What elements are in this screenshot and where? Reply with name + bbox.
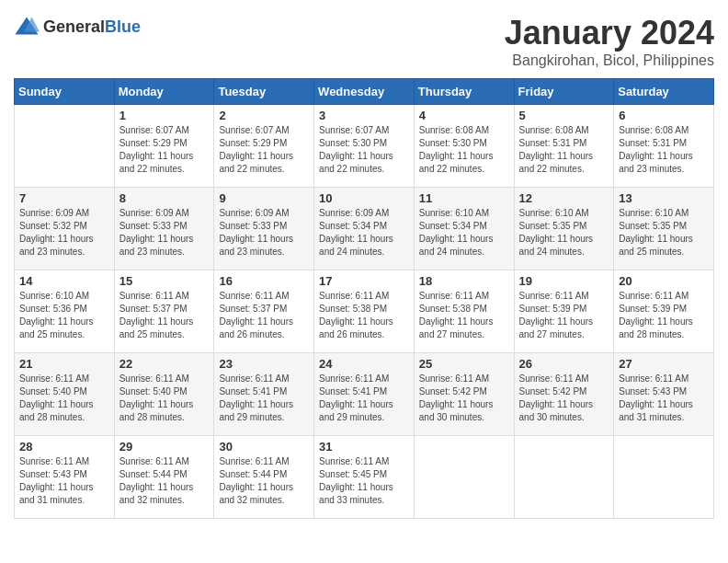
day-detail: Sunrise: 6:08 AM Sunset: 5:31 PM Dayligh…	[619, 124, 709, 176]
calendar-week-row: 1Sunrise: 6:07 AM Sunset: 5:29 PM Daylig…	[15, 105, 714, 188]
calendar-cell: 21Sunrise: 6:11 AM Sunset: 5:40 PM Dayli…	[15, 353, 115, 436]
weekday-header-monday: Monday	[114, 79, 214, 105]
day-detail: Sunrise: 6:07 AM Sunset: 5:29 PM Dayligh…	[219, 124, 309, 176]
calendar-week-row: 28Sunrise: 6:11 AM Sunset: 5:43 PM Dayli…	[15, 436, 714, 519]
calendar-cell: 18Sunrise: 6:11 AM Sunset: 5:38 PM Dayli…	[414, 270, 514, 353]
calendar-cell: 19Sunrise: 6:11 AM Sunset: 5:39 PM Dayli…	[514, 270, 614, 353]
calendar-cell: 17Sunrise: 6:11 AM Sunset: 5:38 PM Dayli…	[314, 270, 415, 353]
day-detail: Sunrise: 6:09 AM Sunset: 5:34 PM Dayligh…	[319, 207, 409, 259]
day-number: 13	[619, 191, 709, 205]
day-number: 26	[519, 357, 609, 371]
day-detail: Sunrise: 6:11 AM Sunset: 5:41 PM Dayligh…	[319, 373, 409, 424]
day-number: 20	[619, 274, 709, 288]
calendar-cell: 6Sunrise: 6:08 AM Sunset: 5:31 PM Daylig…	[614, 105, 714, 188]
calendar-week-row: 7Sunrise: 6:09 AM Sunset: 5:32 PM Daylig…	[15, 188, 714, 270]
day-number: 12	[519, 191, 609, 205]
weekday-header-thursday: Thursday	[414, 79, 514, 105]
calendar-cell: 28Sunrise: 6:11 AM Sunset: 5:43 PM Dayli…	[15, 436, 115, 519]
day-number: 3	[319, 109, 409, 122]
day-number: 24	[319, 357, 409, 371]
day-number: 2	[219, 109, 309, 122]
logo-icon	[14, 14, 40, 40]
day-detail: Sunrise: 6:11 AM Sunset: 5:40 PM Dayligh…	[119, 373, 210, 424]
weekday-header-saturday: Saturday	[614, 79, 714, 105]
day-detail: Sunrise: 6:07 AM Sunset: 5:30 PM Dayligh…	[319, 124, 409, 176]
day-number: 30	[219, 440, 309, 454]
calendar-cell: 3Sunrise: 6:07 AM Sunset: 5:30 PM Daylig…	[314, 105, 415, 188]
weekday-header-friday: Friday	[514, 79, 614, 105]
day-detail: Sunrise: 6:11 AM Sunset: 5:40 PM Dayligh…	[19, 373, 109, 424]
header: GeneralBlue January 2024 Bangkirohan, Bi…	[14, 14, 714, 69]
day-number: 14	[19, 274, 109, 288]
calendar-cell: 31Sunrise: 6:11 AM Sunset: 5:45 PM Dayli…	[314, 436, 415, 519]
weekday-header-sunday: Sunday	[15, 79, 115, 105]
day-number: 11	[419, 191, 509, 205]
day-detail: Sunrise: 6:11 AM Sunset: 5:38 PM Dayligh…	[419, 290, 509, 341]
day-number: 1	[119, 109, 210, 122]
day-detail: Sunrise: 6:11 AM Sunset: 5:42 PM Dayligh…	[519, 373, 609, 424]
day-number: 23	[219, 357, 309, 371]
logo: GeneralBlue	[14, 14, 141, 40]
day-number: 10	[319, 191, 409, 205]
day-number: 19	[519, 274, 609, 288]
day-number: 31	[319, 440, 409, 454]
title-area: January 2024 Bangkirohan, Bicol, Philipp…	[505, 14, 714, 69]
weekday-header-wednesday: Wednesday	[314, 79, 415, 105]
day-number: 18	[419, 274, 509, 288]
day-number: 25	[419, 357, 509, 371]
calendar-cell: 10Sunrise: 6:09 AM Sunset: 5:34 PM Dayli…	[314, 188, 415, 270]
calendar-cell: 8Sunrise: 6:09 AM Sunset: 5:33 PM Daylig…	[114, 188, 214, 270]
day-detail: Sunrise: 6:11 AM Sunset: 5:41 PM Dayligh…	[219, 373, 309, 424]
day-detail: Sunrise: 6:07 AM Sunset: 5:29 PM Dayligh…	[119, 124, 210, 176]
day-detail: Sunrise: 6:11 AM Sunset: 5:37 PM Dayligh…	[119, 290, 210, 341]
day-number: 21	[19, 357, 109, 371]
calendar-cell: 22Sunrise: 6:11 AM Sunset: 5:40 PM Dayli…	[114, 353, 214, 436]
day-detail: Sunrise: 6:11 AM Sunset: 5:45 PM Dayligh…	[319, 455, 409, 507]
calendar-cell: 27Sunrise: 6:11 AM Sunset: 5:43 PM Dayli…	[614, 353, 714, 436]
logo-text-blue: Blue	[105, 17, 141, 36]
calendar-cell: 5Sunrise: 6:08 AM Sunset: 5:31 PM Daylig…	[514, 105, 614, 188]
calendar-title: January 2024	[505, 14, 714, 52]
day-detail: Sunrise: 6:10 AM Sunset: 5:34 PM Dayligh…	[419, 207, 509, 259]
day-number: 8	[119, 191, 210, 205]
day-number: 16	[219, 274, 309, 288]
calendar-cell: 15Sunrise: 6:11 AM Sunset: 5:37 PM Dayli…	[114, 270, 214, 353]
calendar-week-row: 14Sunrise: 6:10 AM Sunset: 5:36 PM Dayli…	[15, 270, 714, 353]
calendar-cell: 2Sunrise: 6:07 AM Sunset: 5:29 PM Daylig…	[214, 105, 314, 188]
day-detail: Sunrise: 6:11 AM Sunset: 5:37 PM Dayligh…	[219, 290, 309, 341]
calendar-cell: 9Sunrise: 6:09 AM Sunset: 5:33 PM Daylig…	[214, 188, 314, 270]
day-detail: Sunrise: 6:11 AM Sunset: 5:44 PM Dayligh…	[219, 455, 309, 507]
calendar-cell	[614, 436, 714, 519]
day-number: 7	[19, 191, 109, 205]
day-number: 22	[119, 357, 210, 371]
calendar-cell: 1Sunrise: 6:07 AM Sunset: 5:29 PM Daylig…	[114, 105, 214, 188]
calendar-cell: 25Sunrise: 6:11 AM Sunset: 5:42 PM Dayli…	[414, 353, 514, 436]
day-number: 17	[319, 274, 409, 288]
day-number: 27	[619, 357, 709, 371]
weekday-header-tuesday: Tuesday	[214, 79, 314, 105]
day-detail: Sunrise: 6:11 AM Sunset: 5:43 PM Dayligh…	[619, 373, 709, 424]
calendar-cell: 23Sunrise: 6:11 AM Sunset: 5:41 PM Dayli…	[214, 353, 314, 436]
calendar-cell: 24Sunrise: 6:11 AM Sunset: 5:41 PM Dayli…	[314, 353, 415, 436]
calendar-cell: 29Sunrise: 6:11 AM Sunset: 5:44 PM Dayli…	[114, 436, 214, 519]
day-number: 5	[519, 109, 609, 122]
calendar-cell: 26Sunrise: 6:11 AM Sunset: 5:42 PM Dayli…	[514, 353, 614, 436]
day-detail: Sunrise: 6:11 AM Sunset: 5:42 PM Dayligh…	[419, 373, 509, 424]
calendar-table: SundayMondayTuesdayWednesdayThursdayFrid…	[14, 78, 714, 519]
calendar-cell	[15, 105, 115, 188]
calendar-cell: 13Sunrise: 6:10 AM Sunset: 5:35 PM Dayli…	[614, 188, 714, 270]
day-number: 6	[619, 109, 709, 122]
day-detail: Sunrise: 6:11 AM Sunset: 5:43 PM Dayligh…	[19, 455, 109, 507]
calendar-cell: 30Sunrise: 6:11 AM Sunset: 5:44 PM Dayli…	[214, 436, 314, 519]
calendar-cell: 20Sunrise: 6:11 AM Sunset: 5:39 PM Dayli…	[614, 270, 714, 353]
day-detail: Sunrise: 6:11 AM Sunset: 5:39 PM Dayligh…	[619, 290, 709, 341]
calendar-cell	[414, 436, 514, 519]
weekday-header-row: SundayMondayTuesdayWednesdayThursdayFrid…	[15, 79, 714, 105]
calendar-subtitle: Bangkirohan, Bicol, Philippines	[505, 52, 714, 69]
calendar-cell	[514, 436, 614, 519]
day-number: 15	[119, 274, 210, 288]
calendar-cell: 16Sunrise: 6:11 AM Sunset: 5:37 PM Dayli…	[214, 270, 314, 353]
day-detail: Sunrise: 6:08 AM Sunset: 5:30 PM Dayligh…	[419, 124, 509, 176]
day-detail: Sunrise: 6:11 AM Sunset: 5:38 PM Dayligh…	[319, 290, 409, 341]
day-detail: Sunrise: 6:10 AM Sunset: 5:35 PM Dayligh…	[619, 207, 709, 259]
